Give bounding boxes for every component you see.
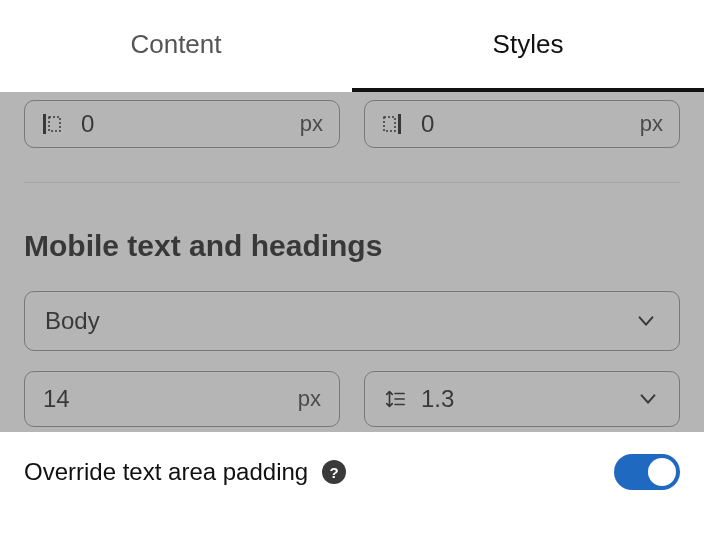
padding-left-field[interactable]: 0 px [24, 100, 340, 148]
font-size-unit: px [298, 386, 321, 412]
padding-right-unit: px [640, 111, 663, 137]
help-icon-symbol: ? [330, 464, 339, 481]
text-style-select[interactable]: Body [24, 291, 680, 351]
help-icon[interactable]: ? [322, 460, 346, 484]
padding-row: 0 px 0 px [24, 92, 680, 183]
padding-left-icon [41, 113, 63, 135]
svg-rect-2 [398, 114, 401, 134]
padding-left-unit: px [300, 111, 323, 137]
styles-panel: 0 px 0 px Mobile text and headings Body [0, 92, 704, 540]
dimmed-region: 0 px 0 px Mobile text and headings Body [0, 92, 704, 432]
tab-content-label: Content [130, 29, 221, 60]
line-height-value: 1.3 [421, 385, 627, 413]
chevron-down-icon [633, 308, 659, 334]
padding-right-value: 0 [421, 110, 640, 138]
svg-rect-3 [384, 117, 395, 131]
font-size-value: 14 [43, 385, 298, 413]
text-style-select-label: Body [45, 307, 633, 335]
override-label: Override text area padding [24, 458, 308, 486]
tabs: Content Styles [0, 0, 704, 92]
padding-left-value: 0 [81, 110, 300, 138]
line-height-icon [383, 387, 407, 411]
tab-styles-label: Styles [493, 29, 564, 60]
svg-rect-0 [43, 114, 46, 134]
metric-row: 14 px 1.3 [24, 371, 680, 427]
svg-rect-1 [49, 117, 60, 131]
toggle-knob [648, 458, 676, 486]
section-heading: Mobile text and headings [24, 229, 680, 263]
override-row: Override text area padding ? [0, 432, 704, 490]
tab-styles[interactable]: Styles [352, 0, 704, 92]
tab-content[interactable]: Content [0, 0, 352, 92]
font-size-field[interactable]: 14 px [24, 371, 340, 427]
padding-right-field[interactable]: 0 px [364, 100, 680, 148]
override-toggle[interactable] [614, 454, 680, 490]
padding-right-icon [381, 113, 403, 135]
chevron-down-icon [635, 386, 661, 412]
line-height-field[interactable]: 1.3 [364, 371, 680, 427]
